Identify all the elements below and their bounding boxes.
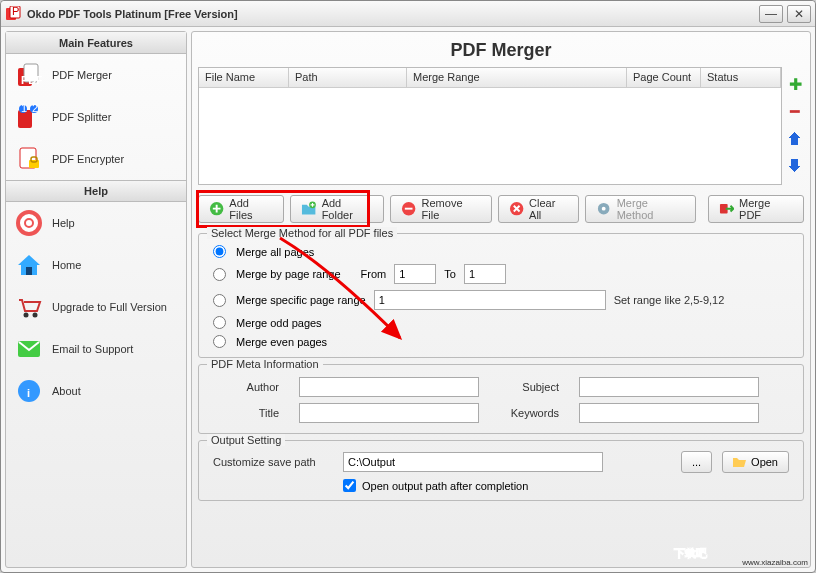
pdf-splitter-icon: 12 <box>16 104 42 130</box>
merge-pdf-button[interactable]: Merge PDF <box>708 195 804 223</box>
radio-merge-odd[interactable]: Merge odd pages <box>209 313 793 332</box>
page-title: PDF Merger <box>192 32 810 67</box>
svg-text:P: P <box>12 6 19 17</box>
sidebar-item-pdf-splitter[interactable]: 12 PDF Splitter <box>6 96 186 138</box>
browse-button[interactable]: ... <box>681 451 712 473</box>
col-filename[interactable]: File Name <box>199 68 289 87</box>
minus-icon <box>401 201 416 217</box>
remove-file-button[interactable]: Remove File <box>390 195 492 223</box>
radio-label: Merge by page range <box>236 268 341 280</box>
open-button[interactable]: Open <box>722 451 789 473</box>
button-label: Merge PDF <box>739 197 793 221</box>
meta-info-group: PDF Meta Information Author Subject Titl… <box>198 364 804 434</box>
add-row-icon[interactable]: ✚ <box>789 77 802 93</box>
button-label: ... <box>692 456 701 468</box>
action-toolbar: Add Files Add Folder Remove File Clear A… <box>192 185 810 231</box>
info-icon: i <box>16 378 42 404</box>
svg-point-18 <box>33 313 38 318</box>
folder-open-icon <box>733 456 747 468</box>
merge-method-button[interactable]: Merge Method <box>585 195 695 223</box>
button-label: Merge Method <box>617 197 685 221</box>
sidebar-item-label: Upgrade to Full Version <box>52 301 167 313</box>
cart-icon <box>16 294 42 320</box>
specific-range-input[interactable] <box>374 290 606 310</box>
email-icon <box>16 336 42 362</box>
add-files-button[interactable]: Add Files <box>198 195 284 223</box>
sidebar-item-label: Help <box>52 217 75 229</box>
radio-input[interactable] <box>213 245 226 258</box>
sidebar-item-help[interactable]: Help <box>6 202 186 244</box>
svg-point-15 <box>25 219 33 227</box>
radio-input[interactable] <box>213 335 226 348</box>
subject-input[interactable] <box>579 377 759 397</box>
button-label: Clear All <box>529 197 568 221</box>
sidebar-help-header: Help <box>6 180 186 202</box>
move-down-icon[interactable]: 🡇 <box>787 159 803 175</box>
plus-icon <box>209 201 224 217</box>
home-icon <box>16 252 42 278</box>
help-icon <box>16 210 42 236</box>
button-label: Remove File <box>422 197 481 221</box>
col-merge-range[interactable]: Merge Range <box>407 68 627 87</box>
radio-input[interactable] <box>213 268 226 281</box>
sidebar-item-pdf-merger[interactable]: PDF PDF Merger <box>6 54 186 96</box>
from-label: From <box>361 268 387 280</box>
titlebar: P Okdo PDF Tools Platinum [Free Version]… <box>1 1 815 27</box>
output-path-input[interactable] <box>343 452 603 472</box>
clear-icon <box>509 201 524 217</box>
file-list-area: File Name Path Merge Range Page Count St… <box>192 67 810 185</box>
author-label: Author <box>219 381 279 393</box>
remove-row-icon[interactable]: ━ <box>790 104 800 120</box>
sidebar-item-about[interactable]: i About <box>6 370 186 412</box>
close-button[interactable]: ✕ <box>787 5 811 23</box>
keywords-input[interactable] <box>579 403 759 423</box>
sidebar-item-pdf-encrypter[interactable]: PDF Encrypter <box>6 138 186 180</box>
group-title: Output Setting <box>207 434 285 446</box>
radio-merge-all[interactable]: Merge all pages <box>209 242 793 261</box>
range-hint: Set range like 2,5-9,12 <box>614 294 725 306</box>
from-input[interactable] <box>394 264 436 284</box>
radio-label: Merge odd pages <box>236 317 322 329</box>
radio-input[interactable] <box>213 294 226 307</box>
col-status[interactable]: Status <box>701 68 781 87</box>
title-label: Title <box>219 407 279 419</box>
merge-icon <box>719 201 734 217</box>
open-after-checkbox[interactable] <box>343 479 356 492</box>
sidebar-item-home[interactable]: Home <box>6 244 186 286</box>
clear-all-button[interactable]: Clear All <box>498 195 580 223</box>
sidebar-item-label: Home <box>52 259 81 271</box>
add-folder-button[interactable]: Add Folder <box>290 195 384 223</box>
radio-merge-specific[interactable]: Merge specific page range Set range like… <box>209 287 793 313</box>
customize-path-label: Customize save path <box>213 456 333 468</box>
pdf-encrypter-icon <box>16 146 42 172</box>
sidebar-item-label: Email to Support <box>52 343 133 355</box>
main-panel: PDF Merger File Name Path Merge Range Pa… <box>191 31 811 568</box>
radio-merge-by-range[interactable]: Merge by page range From To <box>209 261 793 287</box>
minimize-button[interactable]: — <box>759 5 783 23</box>
svg-rect-16 <box>26 267 32 275</box>
author-input[interactable] <box>299 377 479 397</box>
svg-text:i: i <box>27 387 30 399</box>
to-input[interactable] <box>464 264 506 284</box>
col-page-count[interactable]: Page Count <box>627 68 701 87</box>
col-path[interactable]: Path <box>289 68 407 87</box>
radio-label: Merge even pages <box>236 336 327 348</box>
title-input[interactable] <box>299 403 479 423</box>
to-label: To <box>444 268 456 280</box>
window-title: Okdo PDF Tools Platinum [Free Version] <box>27 8 759 20</box>
sidebar-item-label: PDF Merger <box>52 69 112 81</box>
pdf-merger-icon: PDF <box>16 62 42 88</box>
radio-input[interactable] <box>213 316 226 329</box>
gear-icon <box>596 201 611 217</box>
svg-text:PDF: PDF <box>21 74 42 86</box>
radio-merge-even[interactable]: Merge even pages <box>209 332 793 351</box>
sidebar: Main Features PDF PDF Merger 12 PDF Spli… <box>5 31 187 568</box>
sidebar-item-email-support[interactable]: Email to Support <box>6 328 186 370</box>
move-up-icon[interactable]: 🡅 <box>787 132 803 148</box>
sidebar-item-upgrade[interactable]: Upgrade to Full Version <box>6 286 186 328</box>
folder-plus-icon <box>301 201 316 217</box>
svg-text:2: 2 <box>32 104 38 114</box>
sidebar-main-features-header: Main Features <box>6 32 186 54</box>
titlebar-buttons: — ✕ <box>759 5 811 23</box>
open-after-row[interactable]: Open output path after completion <box>339 475 793 494</box>
